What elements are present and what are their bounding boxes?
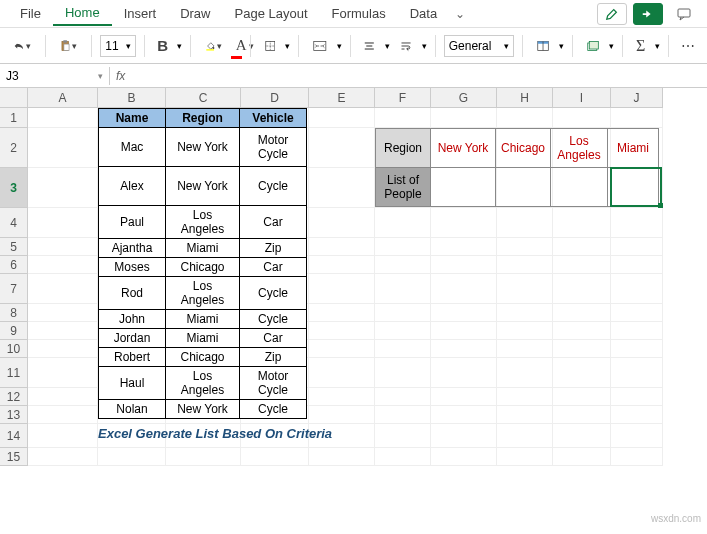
- autosum-button[interactable]: Σ: [631, 33, 651, 59]
- col-header-G[interactable]: G: [431, 88, 497, 108]
- col-header-F[interactable]: F: [375, 88, 431, 108]
- table-cell[interactable]: New York: [166, 128, 240, 167]
- wrap-text-button[interactable]: [394, 35, 418, 57]
- formula-input[interactable]: [131, 67, 707, 85]
- tab-insert[interactable]: Insert: [112, 2, 169, 25]
- col-header-I[interactable]: I: [553, 88, 611, 108]
- table-format-icon: [537, 39, 549, 53]
- criteria-region-value[interactable]: Miami: [608, 129, 659, 168]
- tab-page-layout[interactable]: Page Layout: [223, 2, 320, 25]
- row-header-7[interactable]: 7: [0, 274, 28, 304]
- table-cell[interactable]: Cycle: [240, 310, 307, 329]
- table-cell[interactable]: Robert: [99, 348, 166, 367]
- table-cell[interactable]: Miami: [166, 310, 240, 329]
- table-cell[interactable]: Paul: [99, 206, 166, 239]
- name-box[interactable]: J3 ▾: [0, 67, 110, 85]
- table-cell[interactable]: Cycle: [240, 400, 307, 419]
- table-cell[interactable]: Miami: [166, 239, 240, 258]
- undo-icon: [14, 39, 24, 53]
- table-cell[interactable]: Alex: [99, 167, 166, 206]
- font-size-select[interactable]: 11 ▾: [100, 35, 136, 57]
- table-cell[interactable]: Los Angeles: [166, 277, 240, 310]
- col-header-B[interactable]: B: [98, 88, 166, 108]
- col-header-A[interactable]: A: [28, 88, 98, 108]
- table-cell[interactable]: Zip: [240, 348, 307, 367]
- table-cell[interactable]: Moses: [99, 258, 166, 277]
- row-header-8[interactable]: 8: [0, 304, 28, 322]
- fill-color-button[interactable]: ▾: [199, 34, 228, 58]
- table-cell[interactable]: Ajantha: [99, 239, 166, 258]
- row-header-6[interactable]: 6: [0, 256, 28, 274]
- table-cell[interactable]: Motor Cycle: [240, 128, 307, 167]
- bold-button[interactable]: B: [153, 33, 173, 58]
- criteria-region-value[interactable]: New York: [431, 129, 496, 168]
- row-header-14[interactable]: 14: [0, 424, 28, 448]
- table-cell[interactable]: Car: [240, 329, 307, 348]
- criteria-region-value[interactable]: Chicago: [496, 129, 551, 168]
- borders-button[interactable]: [259, 35, 282, 57]
- worksheet-grid[interactable]: ABCDEFGHIJ 123456789101112131415 NameReg…: [0, 88, 707, 528]
- cells-button[interactable]: [581, 35, 605, 57]
- number-format-value: General: [449, 39, 492, 53]
- criteria-empty-cell[interactable]: [608, 168, 659, 207]
- tab-file[interactable]: File: [8, 2, 53, 25]
- wrap-icon: [400, 39, 412, 53]
- col-header-E[interactable]: E: [309, 88, 375, 108]
- comments-button[interactable]: [669, 3, 699, 25]
- table-cell[interactable]: Car: [240, 206, 307, 239]
- criteria-empty-cell[interactable]: [431, 168, 496, 207]
- table-cell[interactable]: Nolan: [99, 400, 166, 419]
- more-tabs-chevron[interactable]: ⌄: [449, 3, 471, 25]
- col-header-J[interactable]: J: [611, 88, 663, 108]
- row-header-10[interactable]: 10: [0, 340, 28, 358]
- col-header-D[interactable]: D: [241, 88, 309, 108]
- align-center-button[interactable]: [358, 36, 381, 56]
- merge-button[interactable]: [307, 35, 333, 57]
- col-header-C[interactable]: C: [166, 88, 241, 108]
- tab-formulas[interactable]: Formulas: [320, 2, 398, 25]
- table-cell[interactable]: Los Angeles: [166, 367, 240, 400]
- row-header-9[interactable]: 9: [0, 322, 28, 340]
- table-cell[interactable]: Mac: [99, 128, 166, 167]
- row-header-11[interactable]: 11: [0, 358, 28, 388]
- pen-button[interactable]: [597, 3, 627, 25]
- criteria-region-value[interactable]: Los Angeles: [551, 129, 608, 168]
- criteria-empty-cell[interactable]: [551, 168, 608, 207]
- conditional-format-button[interactable]: [531, 35, 555, 57]
- table-cell[interactable]: New York: [166, 167, 240, 206]
- share-button[interactable]: [633, 3, 663, 25]
- paste-button[interactable]: ▾: [54, 33, 83, 59]
- row-header-12[interactable]: 12: [0, 388, 28, 406]
- table-cell[interactable]: Los Angeles: [166, 206, 240, 239]
- row-header-4[interactable]: 4: [0, 208, 28, 238]
- tab-home[interactable]: Home: [53, 1, 112, 26]
- row-header-3[interactable]: 3: [0, 168, 28, 208]
- table-cell[interactable]: Motor Cycle: [240, 367, 307, 400]
- row-header-5[interactable]: 5: [0, 238, 28, 256]
- more-options[interactable]: ⋯: [676, 34, 699, 58]
- table-cell[interactable]: Haul: [99, 367, 166, 400]
- table-cell[interactable]: John: [99, 310, 166, 329]
- table-cell[interactable]: Miami: [166, 329, 240, 348]
- table-cell[interactable]: Chicago: [166, 258, 240, 277]
- criteria-empty-cell[interactable]: [496, 168, 551, 207]
- row-header-1[interactable]: 1: [0, 108, 28, 128]
- font-color-button[interactable]: A ▾: [232, 33, 257, 58]
- table-cell[interactable]: Car: [240, 258, 307, 277]
- number-format-select[interactable]: General ▾: [444, 35, 514, 57]
- row-header-13[interactable]: 13: [0, 406, 28, 424]
- table-cell[interactable]: New York: [166, 400, 240, 419]
- row-header-2[interactable]: 2: [0, 128, 28, 168]
- table-cell[interactable]: Chicago: [166, 348, 240, 367]
- table-cell[interactable]: Zip: [240, 239, 307, 258]
- col-header-H[interactable]: H: [497, 88, 553, 108]
- tab-draw[interactable]: Draw: [168, 2, 222, 25]
- table-cell[interactable]: Rod: [99, 277, 166, 310]
- table-cell[interactable]: Jordan: [99, 329, 166, 348]
- tab-data[interactable]: Data: [398, 2, 449, 25]
- undo-button[interactable]: ▾: [8, 35, 37, 57]
- row-header-15[interactable]: 15: [0, 448, 28, 466]
- table-cell[interactable]: Cycle: [240, 167, 307, 206]
- table-cell[interactable]: Cycle: [240, 277, 307, 310]
- fx-label[interactable]: fx: [110, 69, 131, 83]
